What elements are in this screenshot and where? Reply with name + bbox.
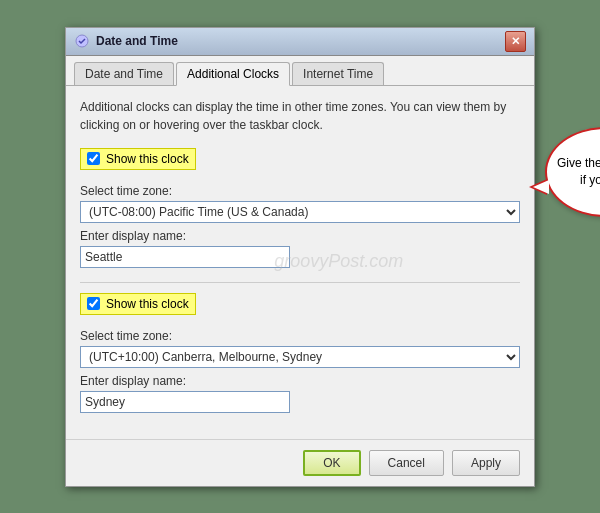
tab-date-time[interactable]: Date and Time — [74, 62, 174, 85]
clock2-section: Show this clock Select time zone: (UTC-0… — [80, 293, 520, 413]
clock2-checkbox-row[interactable]: Show this clock — [80, 293, 196, 315]
window-title: Date and Time — [96, 34, 505, 48]
description-text: Additional clocks can display the time i… — [80, 98, 520, 134]
clock1-checkbox[interactable] — [87, 152, 100, 165]
clock1-checkbox-row[interactable]: Show this clock — [80, 148, 196, 170]
apply-button[interactable]: Apply — [452, 450, 520, 476]
tab-internet-time[interactable]: Internet Time — [292, 62, 384, 85]
window-icon — [74, 33, 90, 49]
clock2-checkbox-label: Show this clock — [106, 297, 189, 311]
clock2-zone-select[interactable]: (UTC-08:00) Pacific Time (US & Canada) (… — [80, 346, 520, 368]
footer: OK Cancel Apply — [66, 439, 534, 486]
annotation-bubble: Give them names if you like — [545, 127, 600, 217]
clock2-checkbox[interactable] — [87, 297, 100, 310]
annotation-text: Give them names if you like — [555, 155, 600, 189]
clock2-zone-label: Select time zone: — [80, 329, 520, 343]
clock1-name-label: Enter display name: — [80, 229, 520, 243]
clock1-zone-select[interactable]: (UTC-08:00) Pacific Time (US & Canada) (… — [80, 201, 520, 223]
cancel-button[interactable]: Cancel — [369, 450, 444, 476]
date-time-window: Date and Time ✕ Date and Time Additional… — [65, 27, 535, 487]
clock2-name-label: Enter display name: — [80, 374, 520, 388]
clock2-name-input[interactable] — [80, 391, 290, 413]
clock1-checkbox-label: Show this clock — [106, 152, 189, 166]
clock1-section: Show this clock Select time zone: (UTC-0… — [80, 148, 520, 268]
clock1-name-input[interactable] — [80, 246, 290, 268]
section-divider — [80, 282, 520, 283]
close-button[interactable]: ✕ — [505, 31, 526, 52]
title-bar: Date and Time ✕ — [66, 28, 534, 56]
tab-bar: Date and Time Additional Clocks Internet… — [66, 56, 534, 86]
ok-button[interactable]: OK — [303, 450, 360, 476]
clock1-zone-label: Select time zone: — [80, 184, 520, 198]
tab-content: Additional clocks can display the time i… — [66, 86, 534, 439]
tab-additional-clocks[interactable]: Additional Clocks — [176, 62, 290, 86]
